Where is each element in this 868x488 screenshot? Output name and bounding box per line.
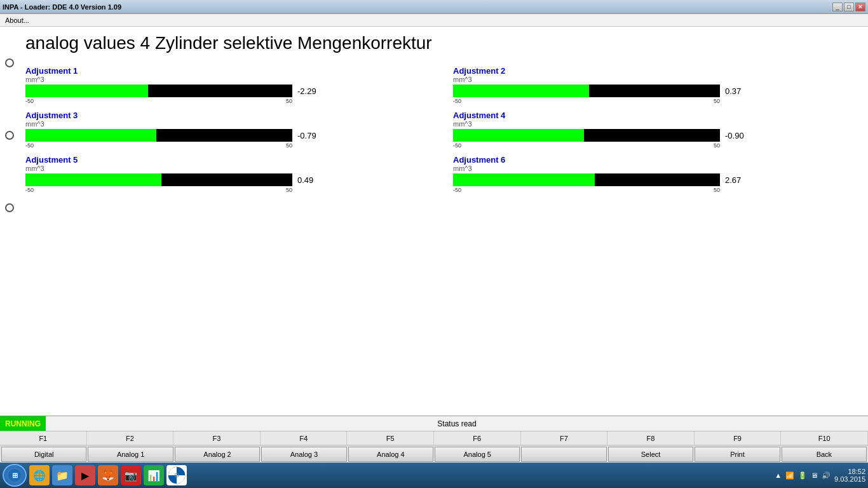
button-bar: Digital Analog 1 Analog 2 Analog 3 Analo…: [0, 445, 868, 463]
analog5-button[interactable]: Analog 5: [435, 447, 520, 462]
gauge-adj2-bar: [453, 85, 720, 97]
fkey-f10: F10: [781, 431, 868, 445]
clock-date: 9.03.2015: [834, 475, 865, 483]
gauge-grid: Adjustment 1 mm^3 -2.29 -50 50 Adjustmen…: [25, 66, 855, 193]
gauge-adj5-unit: mm^3: [25, 165, 428, 172]
gauge-adj2-min: -50: [453, 98, 461, 104]
tray-battery: 🔋: [798, 471, 807, 480]
svg-text:⊞: ⊞: [12, 471, 18, 479]
gauge-adj5-min: -50: [25, 187, 34, 193]
gauge-adj1-bar-container: -2.29: [25, 85, 428, 97]
gauge-adj5-bar-container: 0.49: [25, 173, 428, 186]
gauge-adj6-bar: [453, 173, 720, 186]
analog2-button[interactable]: Analog 2: [175, 447, 260, 462]
minimize-button[interactable]: _: [832, 3, 843, 11]
gauge-adj1-scale: -50 50: [25, 98, 292, 104]
gauge-adj3-max: 50: [286, 142, 292, 149]
gauge-adj6-bar-container: 2.67: [453, 173, 855, 186]
radio-3[interactable]: [5, 203, 14, 212]
taskbar-icon-folder[interactable]: 📁: [52, 465, 72, 485]
gauge-adj4-bar: [453, 129, 720, 142]
gauge-adj4-max: 50: [714, 142, 720, 149]
radio-1[interactable]: [5, 58, 14, 67]
taskbar-icon-firefox[interactable]: 🦊: [98, 465, 118, 485]
gauge-adj5-max: 50: [286, 187, 292, 193]
gauge-adj2-value: 0.37: [725, 86, 750, 96]
analog3-button[interactable]: Analog 3: [261, 447, 346, 462]
fkey-f1: F1: [0, 431, 87, 445]
gauge-adj6: Adjustment 6 mm^3 2.67 -50 50: [453, 155, 855, 193]
gauge-adj3-unit: mm^3: [25, 120, 428, 128]
analog1-button[interactable]: Analog 1: [88, 447, 173, 462]
gauge-adj1-fill: [25, 85, 148, 97]
gauge-adj1-bar: [25, 85, 292, 97]
print-button[interactable]: Print: [695, 447, 780, 462]
gauge-adj6-fill: [453, 173, 595, 186]
close-button[interactable]: ✕: [855, 3, 865, 11]
status-bar: RUNNING Status read: [0, 416, 868, 431]
gauge-adj5-bar: [25, 173, 292, 186]
start-button[interactable]: ⊞: [3, 464, 27, 487]
digital-button[interactable]: Digital: [1, 447, 86, 462]
gauge-adj3-min: -50: [25, 142, 34, 149]
fkey-f8: F8: [607, 431, 695, 445]
fkey-f5: F5: [347, 431, 434, 445]
gauge-adj5-label: Adjustment 5: [25, 155, 428, 165]
taskbar: ⊞ 🌐 📁 ▶ 🦊 📷 📊: [0, 463, 868, 488]
fkey-f4: F4: [261, 431, 348, 445]
gauge-adj6-value: 2.67: [725, 175, 750, 185]
fkey-f7: F7: [521, 431, 608, 445]
gauge-adj3-bar-container: -0.79: [25, 129, 428, 142]
select-button[interactable]: Select: [608, 447, 693, 462]
gauge-adj4-scale: -50 50: [453, 142, 720, 149]
tray-arrow[interactable]: ▲: [775, 471, 782, 479]
gauge-adj2-label: Adjustment 2: [453, 66, 855, 76]
analog4-button[interactable]: Analog 4: [348, 447, 433, 462]
gauge-adj6-label: Adjustment 6: [453, 155, 855, 165]
gauge-adj4-min: -50: [453, 142, 461, 149]
gauge-adj6-max: 50: [714, 187, 720, 193]
gauge-adj6-min: -50: [453, 187, 461, 193]
gauge-adj4: Adjustment 4 mm^3 -0.90 -50 50: [453, 111, 855, 149]
clock-time: 18:52: [834, 468, 865, 475]
gauge-adj4-value: -0.90: [725, 131, 750, 140]
main-content: analog values 4 Zylinder selektive Menge…: [0, 27, 868, 416]
gauge-adj2-scale: -50 50: [453, 98, 720, 104]
gauge-adj5-fill: [25, 173, 161, 186]
gauge-adj3-fill: [25, 129, 156, 142]
tray-network: 🖥: [811, 471, 818, 479]
gauge-adj4-bar-container: -0.90: [453, 129, 855, 142]
gauge-adj4-label: Adjustment 4: [453, 111, 855, 120]
gauge-adj1-label: Adjustment 1: [25, 66, 428, 76]
about-menu[interactable]: About...: [3, 15, 32, 25]
title-bar: INPA - Loader: DDE 4.0 Version 1.09 _ □ …: [0, 0, 868, 14]
gauge-adj6-scale: -50 50: [453, 187, 720, 193]
radio-group: [5, 58, 14, 212]
taskbar-icon-app1[interactable]: 📷: [121, 465, 141, 485]
gauge-adj1-value: -2.29: [297, 86, 323, 96]
window-controls: _ □ ✕: [832, 3, 865, 11]
gauge-adj4-fill: [453, 129, 584, 142]
status-text: Status read: [46, 419, 868, 428]
radio-2[interactable]: [5, 131, 14, 140]
taskbar-icon-media[interactable]: ▶: [75, 465, 95, 485]
gauge-adj5: Adjustment 5 mm^3 0.49 -50 50: [25, 155, 428, 193]
taskbar-icon-ie[interactable]: 🌐: [29, 465, 50, 485]
fkey-f2: F2: [87, 431, 174, 445]
taskbar-icon-app2[interactable]: 📊: [144, 465, 164, 485]
back-button[interactable]: Back: [782, 447, 867, 462]
tray-sound: 🔊: [822, 471, 831, 480]
taskbar-icon-bmw[interactable]: [166, 465, 187, 485]
gauge-adj3: Adjustment 3 mm^3 -0.79 -50 50: [25, 111, 428, 149]
window-title: INPA - Loader: DDE 4.0 Version 1.09: [3, 3, 121, 11]
maximize-button[interactable]: □: [844, 3, 854, 11]
gauge-adj2-unit: mm^3: [453, 76, 855, 83]
fkey-f6: F6: [434, 431, 521, 445]
gauge-adj3-scale: -50 50: [25, 142, 292, 149]
tray-icon-1: 📶: [785, 471, 794, 480]
gauge-adj6-unit: mm^3: [453, 165, 855, 172]
empty-button[interactable]: [521, 447, 606, 462]
gauge-adj1-max: 50: [286, 98, 292, 104]
fkey-f3: F3: [173, 431, 261, 445]
gauge-adj5-scale: -50 50: [25, 187, 292, 193]
